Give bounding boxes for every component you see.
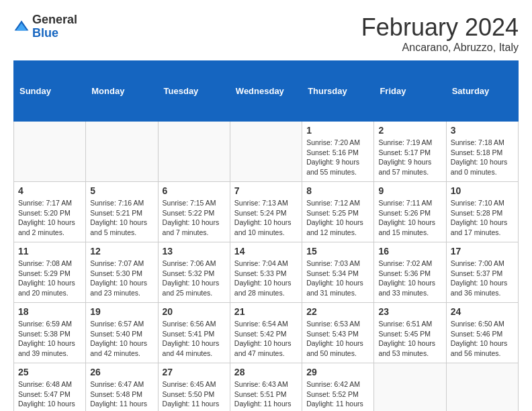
day-info: Sunrise: 6:57 AMSunset: 5:40 PMDaylight:… [90, 319, 153, 359]
day-info: Sunrise: 7:15 AMSunset: 5:22 PMDaylight:… [163, 198, 226, 238]
header-saturday: Saturday [446, 61, 518, 122]
day-number: 14 [234, 246, 298, 257]
day-info: Sunrise: 7:11 AMSunset: 5:26 PMDaylight:… [378, 198, 441, 238]
table-row [158, 122, 230, 182]
day-info: Sunrise: 6:59 AMSunset: 5:38 PMDaylight:… [18, 319, 81, 359]
page-header: General Blue February 2024 Ancarano, Abr… [13, 13, 519, 54]
table-row: 20Sunrise: 6:56 AMSunset: 5:41 PMDayligh… [158, 303, 230, 363]
day-info: Sunrise: 7:03 AMSunset: 5:34 PMDaylight:… [306, 259, 369, 298]
table-row: 7Sunrise: 7:13 AMSunset: 5:24 PMDaylight… [230, 182, 302, 242]
table-row: 17Sunrise: 7:00 AMSunset: 5:37 PMDayligh… [446, 242, 518, 303]
month-title: February 2024 [361, 13, 519, 42]
day-number: 26 [90, 367, 153, 377]
day-info: Sunrise: 7:00 AMSunset: 5:37 PMDaylight:… [451, 259, 514, 298]
table-row [374, 363, 446, 412]
calendar-week-4: 18Sunrise: 6:59 AMSunset: 5:38 PMDayligh… [14, 303, 519, 363]
table-row: 26Sunrise: 6:47 AMSunset: 5:48 PMDayligh… [86, 363, 158, 412]
table-row: 3Sunrise: 7:18 AMSunset: 5:18 PMDaylight… [446, 122, 518, 182]
day-info: Sunrise: 6:42 AMSunset: 5:52 PMDaylight:… [306, 379, 369, 411]
day-number: 17 [451, 246, 514, 257]
calendar-week-2: 4Sunrise: 7:17 AMSunset: 5:20 PMDaylight… [14, 182, 519, 242]
table-row: 12Sunrise: 7:07 AMSunset: 5:30 PMDayligh… [86, 242, 158, 303]
header-friday: Friday [374, 61, 446, 122]
day-number: 18 [18, 306, 81, 317]
day-number: 3 [451, 125, 514, 136]
table-row: 22Sunrise: 6:53 AMSunset: 5:43 PMDayligh… [302, 303, 374, 363]
day-info: Sunrise: 7:17 AMSunset: 5:20 PMDaylight:… [18, 198, 81, 238]
day-number: 22 [306, 306, 369, 317]
calendar-week-3: 11Sunrise: 7:08 AMSunset: 5:29 PMDayligh… [14, 242, 519, 303]
table-row: 14Sunrise: 7:04 AMSunset: 5:33 PMDayligh… [230, 242, 302, 303]
day-info: Sunrise: 6:50 AMSunset: 5:46 PMDaylight:… [451, 319, 514, 359]
table-row [446, 363, 518, 412]
day-number: 28 [234, 367, 298, 377]
table-row: 6Sunrise: 7:15 AMSunset: 5:22 PMDaylight… [158, 182, 230, 242]
table-row: 9Sunrise: 7:11 AMSunset: 5:26 PMDaylight… [374, 182, 446, 242]
table-row: 28Sunrise: 6:43 AMSunset: 5:51 PMDayligh… [230, 363, 302, 412]
day-info: Sunrise: 7:19 AMSunset: 5:17 PMDaylight:… [378, 138, 441, 177]
header-tuesday: Tuesday [158, 61, 230, 122]
day-info: Sunrise: 7:06 AMSunset: 5:32 PMDaylight:… [163, 259, 226, 298]
day-info: Sunrise: 6:51 AMSunset: 5:45 PMDaylight:… [378, 319, 441, 359]
title-section: February 2024 Ancarano, Abruzzo, Italy [361, 13, 519, 54]
logo-blue: Blue [32, 26, 58, 40]
logo: General Blue [13, 13, 77, 40]
day-number: 27 [163, 367, 226, 377]
table-row: 10Sunrise: 7:10 AMSunset: 5:28 PMDayligh… [446, 182, 518, 242]
logo-general: General [32, 13, 77, 26]
calendar-table: Sunday Monday Tuesday Wednesday Thursday… [13, 60, 519, 411]
day-info: Sunrise: 7:10 AMSunset: 5:28 PMDaylight:… [451, 198, 514, 238]
table-row: 27Sunrise: 6:45 AMSunset: 5:50 PMDayligh… [158, 363, 230, 412]
day-number: 24 [451, 306, 514, 317]
day-info: Sunrise: 7:18 AMSunset: 5:18 PMDaylight:… [451, 138, 514, 177]
day-number: 29 [306, 367, 369, 377]
table-row [86, 122, 158, 182]
day-number: 25 [18, 367, 81, 377]
day-number: 8 [306, 185, 369, 196]
day-number: 19 [90, 306, 153, 317]
calendar-header-row: Sunday Monday Tuesday Wednesday Thursday… [14, 61, 519, 122]
table-row [14, 122, 86, 182]
day-number: 1 [306, 125, 369, 136]
table-row: 1Sunrise: 7:20 AMSunset: 5:16 PMDaylight… [302, 122, 374, 182]
table-row: 2Sunrise: 7:19 AMSunset: 5:17 PMDaylight… [374, 122, 446, 182]
header-sunday: Sunday [14, 61, 86, 122]
day-info: Sunrise: 7:08 AMSunset: 5:29 PMDaylight:… [18, 259, 81, 298]
day-info: Sunrise: 6:56 AMSunset: 5:41 PMDaylight:… [163, 319, 226, 359]
day-number: 5 [90, 185, 153, 196]
table-row [230, 122, 302, 182]
day-number: 23 [378, 306, 441, 317]
table-row: 23Sunrise: 6:51 AMSunset: 5:45 PMDayligh… [374, 303, 446, 363]
location: Ancarano, Abruzzo, Italy [361, 42, 519, 54]
table-row: 21Sunrise: 6:54 AMSunset: 5:42 PMDayligh… [230, 303, 302, 363]
day-number: 4 [18, 185, 81, 196]
day-info: Sunrise: 6:45 AMSunset: 5:50 PMDaylight:… [163, 379, 226, 411]
day-number: 21 [234, 306, 298, 317]
table-row: 4Sunrise: 7:17 AMSunset: 5:20 PMDaylight… [14, 182, 86, 242]
day-number: 10 [451, 185, 514, 196]
table-row: 13Sunrise: 7:06 AMSunset: 5:32 PMDayligh… [158, 242, 230, 303]
table-row: 29Sunrise: 6:42 AMSunset: 5:52 PMDayligh… [302, 363, 374, 412]
day-number: 13 [163, 246, 226, 257]
logo-text: General Blue [32, 13, 77, 40]
header-thursday: Thursday [302, 61, 374, 122]
table-row: 5Sunrise: 7:16 AMSunset: 5:21 PMDaylight… [86, 182, 158, 242]
day-number: 11 [18, 246, 81, 257]
day-info: Sunrise: 6:54 AMSunset: 5:42 PMDaylight:… [234, 319, 298, 359]
table-row: 24Sunrise: 6:50 AMSunset: 5:46 PMDayligh… [446, 303, 518, 363]
day-info: Sunrise: 7:12 AMSunset: 5:25 PMDaylight:… [306, 198, 369, 238]
day-info: Sunrise: 7:20 AMSunset: 5:16 PMDaylight:… [306, 138, 369, 177]
day-info: Sunrise: 7:16 AMSunset: 5:21 PMDaylight:… [90, 198, 153, 238]
calendar-week-5: 25Sunrise: 6:48 AMSunset: 5:47 PMDayligh… [14, 363, 519, 412]
table-row: 25Sunrise: 6:48 AMSunset: 5:47 PMDayligh… [14, 363, 86, 412]
day-info: Sunrise: 7:13 AMSunset: 5:24 PMDaylight:… [234, 198, 298, 238]
table-row: 18Sunrise: 6:59 AMSunset: 5:38 PMDayligh… [14, 303, 86, 363]
calendar-week-1: 1Sunrise: 7:20 AMSunset: 5:16 PMDaylight… [14, 122, 519, 182]
day-info: Sunrise: 7:02 AMSunset: 5:36 PMDaylight:… [378, 259, 441, 298]
day-info: Sunrise: 7:07 AMSunset: 5:30 PMDaylight:… [90, 259, 153, 298]
day-number: 12 [90, 246, 153, 257]
day-number: 16 [378, 246, 441, 257]
day-number: 7 [234, 185, 298, 196]
day-number: 6 [163, 185, 226, 196]
day-number: 15 [306, 246, 369, 257]
